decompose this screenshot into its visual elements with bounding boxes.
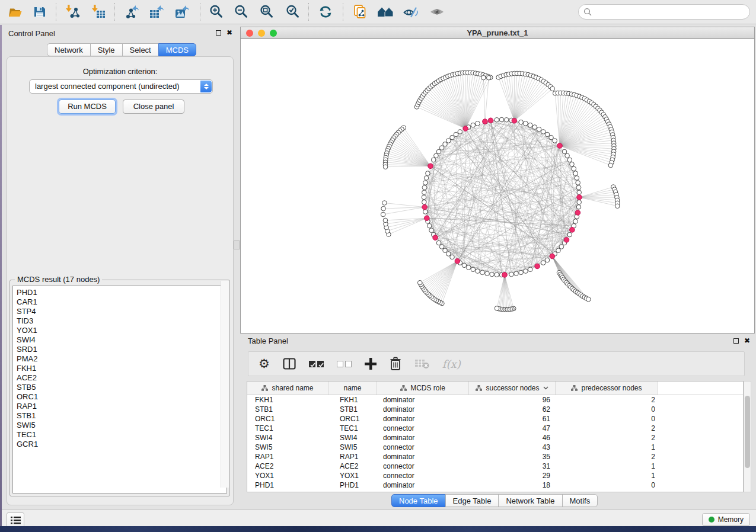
- table-cell: 31: [469, 462, 556, 471]
- close-panel-icon[interactable]: ✖: [744, 338, 750, 344]
- splitter-grip[interactable]: [234, 241, 240, 249]
- mcds-result-item[interactable]: TEC1: [17, 430, 227, 440]
- network-window-titlebar[interactable]: YPA_prune.txt_1: [240, 27, 755, 39]
- table-row[interactable]: ORC1ORC1dominator610: [247, 414, 743, 424]
- table-cell: 2: [556, 424, 658, 433]
- tab-motifs[interactable]: Motifs: [562, 494, 598, 507]
- table-row[interactable]: YOX1YOX1connector291: [247, 471, 743, 480]
- export-table-icon[interactable]: [146, 2, 167, 21]
- mcds-result-item[interactable]: SWI4: [17, 335, 227, 345]
- toolbar-separator: [114, 3, 115, 21]
- table-row[interactable]: STB1STB1dominator620: [247, 405, 743, 414]
- mcds-result-list[interactable]: PHD1CAR1STP4TID3YOX1SWI4SRD1PMA2FKH1ACE2…: [12, 286, 227, 493]
- tab-mcds[interactable]: MCDS: [158, 43, 196, 56]
- mcds-result-item[interactable]: PHD1: [17, 288, 227, 297]
- table-options-icon[interactable]: ⚙: [259, 358, 270, 370]
- tab-edge-table[interactable]: Edge Table: [445, 494, 499, 507]
- mcds-result-item[interactable]: FKH1: [17, 364, 227, 373]
- show-columns-icon[interactable]: [283, 358, 296, 370]
- table-cell: 2: [556, 452, 658, 462]
- table-scrollbar[interactable]: [744, 381, 751, 492]
- mcds-result-scrollbar[interactable]: [221, 281, 229, 488]
- optimization-criterion-select[interactable]: largest connected component (undirected): [29, 79, 213, 94]
- table-cell: SWI4: [328, 433, 377, 443]
- toolbar-separator: [343, 3, 343, 21]
- export-network-icon[interactable]: [121, 2, 142, 21]
- zoom-out-icon[interactable]: [231, 2, 252, 21]
- table-cell: 1: [556, 443, 658, 452]
- mcds-result-item[interactable]: GCR1: [17, 440, 227, 449]
- export-image-icon[interactable]: [171, 2, 193, 21]
- table-row[interactable]: PHD1PHD1dominator180: [247, 480, 743, 490]
- import-table-icon[interactable]: [88, 2, 109, 21]
- close-panel-icon[interactable]: ✖: [227, 30, 232, 36]
- column-header-predecessor-nodes[interactable]: predecessor nodes: [556, 382, 658, 395]
- tab-node-table[interactable]: Node Table: [391, 494, 446, 507]
- table-cell-filler: [658, 395, 743, 405]
- run-mcds-button[interactable]: Run MCDS: [59, 100, 116, 114]
- add-column-icon[interactable]: [365, 358, 377, 370]
- mcds-result-item[interactable]: STP4: [17, 307, 227, 316]
- mcds-result-item[interactable]: RAP1: [17, 402, 227, 411]
- mcds-result-item[interactable]: ACE2: [17, 373, 227, 383]
- memory-label: Memory: [718, 515, 744, 524]
- function-builder-icon: f(x): [442, 358, 461, 370]
- mcds-result-item[interactable]: CAR1: [17, 297, 227, 307]
- table-row[interactable]: ACE2ACE2connector311: [247, 462, 743, 471]
- mcds-result-item[interactable]: STB5: [17, 383, 227, 392]
- search-input[interactable]: [595, 7, 749, 17]
- deselect-all-icon[interactable]: [337, 361, 352, 367]
- mcds-panel: Optimization criterion: largest connecte…: [7, 56, 234, 505]
- mcds-result-item[interactable]: ORC1: [17, 392, 227, 402]
- table-cell: 1: [556, 471, 658, 480]
- table-cell: ACE2: [247, 462, 328, 471]
- open-icon[interactable]: [4, 2, 25, 21]
- table-row[interactable]: RAP1RAP1dominator352: [247, 452, 743, 462]
- mcds-result-item[interactable]: STB1: [17, 411, 227, 421]
- toolbar-separator: [200, 3, 200, 21]
- refresh-layout-icon[interactable]: [315, 2, 336, 21]
- table-scrollbar-thumb[interactable]: [745, 396, 750, 468]
- tab-network-table[interactable]: Network Table: [498, 494, 562, 507]
- first-neighbors-icon[interactable]: [375, 2, 396, 21]
- table-cell: FKH1: [328, 395, 377, 405]
- tab-select[interactable]: Select: [122, 43, 159, 56]
- zoom-fit-icon[interactable]: [256, 2, 277, 21]
- show-all-icon[interactable]: [426, 2, 448, 21]
- import-network-icon[interactable]: [62, 2, 83, 21]
- save-icon[interactable]: [29, 2, 50, 21]
- tab-style[interactable]: Style: [90, 43, 123, 56]
- houses-glyph: [377, 5, 394, 19]
- zoom-in-icon[interactable]: [206, 2, 227, 21]
- float-panel-icon[interactable]: [733, 338, 739, 344]
- open-folder-icon: [7, 5, 23, 19]
- table-cell: dominator: [377, 433, 469, 443]
- column-header-mcds-role[interactable]: MCDS role: [377, 382, 469, 395]
- zoom-selected-icon[interactable]: [282, 2, 304, 21]
- float-panel-icon[interactable]: [216, 30, 221, 36]
- new-network-from-selection-icon[interactable]: [349, 2, 371, 21]
- select-all-icon[interactable]: [309, 361, 324, 367]
- table-row[interactable]: FKH1FKH1dominator962: [247, 395, 743, 405]
- network-canvas[interactable]: [240, 39, 755, 334]
- hide-selected-icon[interactable]: [400, 2, 422, 21]
- memory-button[interactable]: Memory: [702, 513, 750, 526]
- mcds-result-item[interactable]: SWI5: [17, 421, 227, 430]
- column-header-shared-name[interactable]: shared name: [247, 382, 328, 395]
- column-header-successor-nodes[interactable]: successor nodes: [469, 382, 556, 395]
- export-image-glyph: [174, 4, 190, 20]
- table-row[interactable]: TEC1TEC1connector472: [247, 424, 743, 433]
- mcds-result-item[interactable]: TID3: [17, 316, 227, 326]
- table-row[interactable]: SWI4SWI4dominator462: [247, 433, 743, 443]
- mcds-result-item[interactable]: SRD1: [17, 345, 227, 354]
- column-header-name[interactable]: name: [328, 382, 377, 395]
- search-field[interactable]: [578, 4, 750, 20]
- table-row[interactable]: SWI5SWI5connector431: [247, 443, 743, 452]
- memory-status-icon: [709, 517, 714, 523]
- tab-network[interactable]: Network: [47, 43, 91, 56]
- mcds-result-item[interactable]: YOX1: [17, 326, 227, 335]
- delete-column-icon[interactable]: [390, 357, 401, 371]
- mcds-result-item[interactable]: PMA2: [17, 354, 227, 364]
- table-cell-filler: [658, 480, 743, 490]
- close-panel-button[interactable]: Close panel: [123, 100, 184, 114]
